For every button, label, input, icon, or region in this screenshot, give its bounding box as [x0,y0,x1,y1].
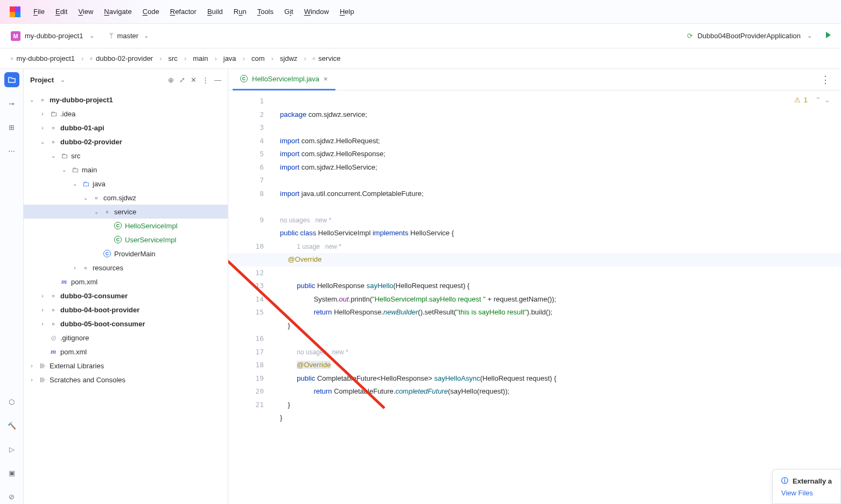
problems-tool-button[interactable]: ⊘ [4,489,19,504]
chevron-down-icon[interactable]: ⌄ [71,181,79,187]
tree-node[interactable]: ›▫dubbo-01-api [24,121,228,135]
close-icon[interactable]: × [324,75,328,83]
tree-node[interactable]: ›▫dubbo-03-consumer [24,289,228,303]
chevron-right-icon[interactable]: › [71,265,79,271]
breadcrumb-item[interactable]: src [166,53,180,64]
menu-git[interactable]: Git [279,5,299,18]
inspection-badge[interactable]: ⚠ 1 ⌃ ⌄ [794,96,830,104]
chevron-down-icon: ⌄ [144,32,149,39]
tree-node[interactable]: ›⊪Scratches and Consoles [24,373,228,387]
chevron-right-icon[interactable]: › [39,307,46,313]
chevron-down-icon[interactable]: ⌄ [28,97,36,103]
chevron-right-icon: › [81,54,83,62]
services-tool-button[interactable]: ⬡ [4,394,19,409]
select-opened-icon[interactable]: ⊕ [168,76,174,84]
chevron-down-icon[interactable]: ⌄ [82,195,89,201]
menu-code[interactable]: Code [137,5,165,18]
tab-options-icon[interactable]: ⋮ [814,74,837,86]
sidebar-title: Project [30,76,54,84]
breadcrumb-item[interactable]: ▫service [311,53,343,64]
module-icon: ▫ [48,124,58,132]
editor-tab[interactable]: C HelloServiceImpl.java × [233,69,335,90]
build-tool-button[interactable]: 🔨 [4,418,19,433]
sidebar-header: Project ⌄ ⊕ ⤢ ✕ ⋮ — [24,69,228,90]
chevron-right-icon[interactable]: › [28,377,36,383]
tree-node-selected[interactable]: ⌄▫service [24,205,228,219]
branch-name: master [117,32,138,40]
tree-node[interactable]: ⌄▫com.sjdwz [24,191,228,205]
tree-node[interactable]: ›▫resources [24,261,228,275]
tree-node-file[interactable]: mpom.xml [24,345,228,359]
chevron-up-icon[interactable]: ⌃ [815,96,821,104]
breadcrumb-item[interactable]: ▫dubbo-02-provider [88,53,155,64]
chevron-right-icon[interactable]: › [39,125,46,131]
folder-icon: 🗀 [59,152,69,160]
branch-selector[interactable]: ᛘ master ⌄ [105,30,153,42]
tree-node-file[interactable]: CUserServiceImpl [24,233,228,247]
expand-all-icon[interactable]: ⤢ [179,76,185,84]
code-content[interactable]: package com.sjdwz.service; import com.sj… [271,90,841,504]
hide-icon[interactable]: — [214,76,221,84]
project-tool-button[interactable] [4,72,19,87]
ignore-icon: ⊘ [48,334,58,342]
chevron-down-icon[interactable]: ⌄ [39,139,46,145]
view-files-link[interactable]: View Files [781,489,832,497]
run-config-selector[interactable]: ⟳ Dubbo04BootProviderApplication ⌄ [682,30,817,42]
menu-window[interactable]: Window [299,5,334,18]
tree-node-file[interactable]: CHelloServiceImpl [24,219,228,233]
menu-file[interactable]: File [28,5,50,18]
code-area[interactable]: 123456789101112131415161718192021 packag… [228,90,841,504]
chevron-down-icon[interactable]: ⌄ [60,76,65,83]
tree-node-file[interactable]: mpom.xml [24,275,228,289]
menu-refactor[interactable]: Refactor [165,5,202,18]
structure-tool-button[interactable]: ⊞ [4,120,19,135]
tree-node-file[interactable]: ⊘.gitignore [24,331,228,345]
menu-run[interactable]: Run [228,5,252,18]
run-button[interactable] [822,29,835,43]
chevron-right-icon[interactable]: › [39,293,46,299]
chevron-right-icon[interactable]: › [39,321,46,327]
menu-tools[interactable]: Tools [252,5,279,18]
chevron-right-icon[interactable]: › [28,363,36,369]
tree-node[interactable]: ›▫dubbo-05-boot-consumer [24,317,228,331]
menu-help[interactable]: Help [334,5,360,18]
breadcrumb-item[interactable]: main [191,53,210,64]
chevron-right-icon[interactable]: › [39,111,46,117]
maven-icon: m [48,347,58,356]
tree-node[interactable]: ›▫dubbo-04-boot-provider [24,303,228,317]
project-selector[interactable]: M my-dubbo-project1 ⌄ [6,29,99,43]
menu-view[interactable]: View [73,5,99,18]
tool-gutter-left: ⊸ ⊞ ⋯ ⬡ 🔨 ▷ ▣ ⊘ [0,69,24,504]
menu-navigate[interactable]: Navigate [99,5,137,18]
tree-node[interactable]: ⌄🗀src [24,149,228,163]
collapse-icon[interactable]: ✕ [191,76,197,84]
chevron-down-icon[interactable]: ⌄ [824,96,830,104]
svg-rect-2 [10,12,15,17]
terminal-tool-button[interactable]: ▣ [4,465,19,480]
toolbar: M my-dubbo-project1 ⌄ ᛘ master ⌄ ⟳ Dubbo… [0,24,841,48]
tree-node[interactable]: ⌄▫dubbo-02-provider [24,135,228,149]
chevron-down-icon[interactable]: ⌄ [50,153,57,159]
tree-node-file[interactable]: CProviderMain [24,247,228,261]
tree-node[interactable]: ⌄🗀java [24,177,228,191]
tree-node[interactable]: ›⊪External Libraries [24,359,228,373]
tree-node-root[interactable]: ⌄▫my-dubbo-project1 [24,93,228,107]
breadcrumb-item[interactable]: java [221,53,239,64]
breadcrumb-item[interactable]: ▫my-dubbo-project1 [9,53,77,64]
options-icon[interactable]: ⋮ [202,76,209,84]
chevron-down-icon[interactable]: ⌄ [60,167,68,173]
tree-node[interactable]: ⌄🗀main [24,163,228,177]
breadcrumb-item[interactable]: com [249,53,267,64]
class-icon: C [102,250,112,257]
run-tool-button[interactable]: ▷ [4,442,19,457]
breadcrumb-item[interactable]: sjdwz [278,53,300,64]
module-icon: ▫ [48,306,58,314]
maven-icon: m [59,277,69,286]
commit-tool-button[interactable]: ⊸ [4,96,19,111]
menu-edit[interactable]: Edit [50,5,73,18]
more-tool-button[interactable]: ⋯ [4,143,19,158]
menu-build[interactable]: Build [202,5,228,18]
chevron-down-icon[interactable]: ⌄ [93,209,100,215]
tree-node[interactable]: ›🗀.idea [24,107,228,121]
folder-icon: 🗀 [48,110,58,118]
